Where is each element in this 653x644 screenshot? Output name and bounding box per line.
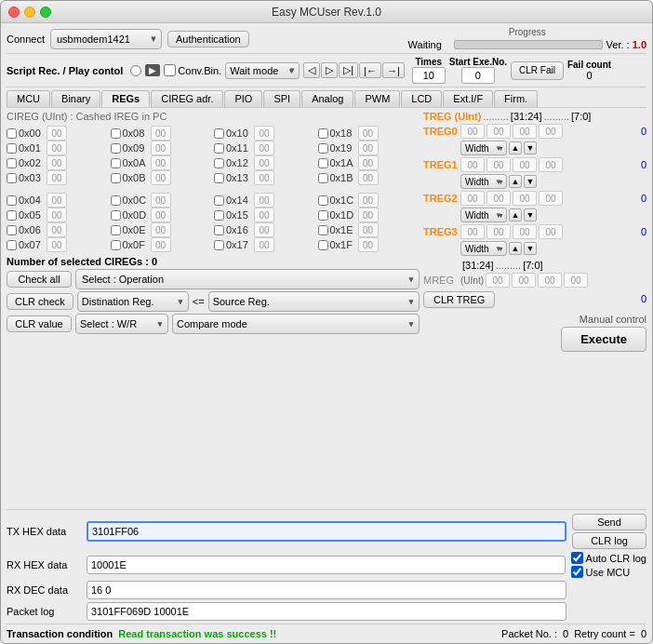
- cireg-check-0x04[interactable]: [7, 195, 17, 206]
- treg0-spin-up[interactable]: ▲: [509, 141, 522, 154]
- treg2-width-select[interactable]: Width: [460, 208, 507, 222]
- cireg-check-0x1D[interactable]: [318, 210, 328, 221]
- packet-log-input[interactable]: [87, 602, 566, 621]
- cireg-val-0x0B[interactable]: [151, 170, 171, 185]
- wait-mode-select[interactable]: Wait mode: [225, 62, 300, 79]
- mreg-val3[interactable]: [564, 273, 588, 288]
- tx-input[interactable]: [87, 521, 566, 542]
- cireg-val-0x06[interactable]: [47, 222, 67, 237]
- cireg-check-0x0C[interactable]: [111, 195, 121, 206]
- treg1-spin-down[interactable]: ▼: [524, 175, 537, 188]
- cireg-val-0x0A[interactable]: [151, 155, 171, 170]
- cireg-check-0x03[interactable]: [7, 173, 17, 183]
- tab-spi[interactable]: SPI: [263, 90, 300, 107]
- cireg-check-0x18[interactable]: [318, 128, 328, 139]
- cireg-val-0x07[interactable]: [47, 237, 67, 252]
- cireg-val-0x1C[interactable]: [358, 193, 379, 208]
- treg3-spin-down[interactable]: ▼: [524, 242, 537, 255]
- treg1-val2[interactable]: [513, 157, 537, 172]
- cireg-val-0x01[interactable]: [47, 141, 67, 155]
- cireg-val-0x14[interactable]: [254, 193, 274, 208]
- source-select[interactable]: Source Reg.: [208, 291, 420, 312]
- script-play-button[interactable]: ▶: [145, 64, 160, 76]
- cireg-check-0x05[interactable]: [7, 210, 17, 221]
- cireg-check-0x07[interactable]: [7, 240, 17, 250]
- treg2-val1[interactable]: [486, 191, 511, 206]
- cireg-val-0x1A[interactable]: [358, 155, 379, 170]
- cireg-check-0x19[interactable]: [318, 143, 328, 154]
- port-select[interactable]: usbmodem1421: [50, 29, 162, 49]
- mreg-val1[interactable]: [512, 273, 536, 288]
- nav-end-btn[interactable]: |←: [359, 62, 381, 78]
- cireg-check-0x01[interactable]: [7, 143, 17, 154]
- cireg-val-0x03[interactable]: [47, 170, 67, 185]
- clr-check-button[interactable]: CLR check: [7, 293, 73, 310]
- send-button[interactable]: Send: [572, 514, 646, 530]
- treg3-val0[interactable]: [460, 224, 485, 239]
- cireg-check-0x15[interactable]: [214, 210, 224, 221]
- tab-analog[interactable]: Analog: [301, 90, 353, 107]
- treg2-spin-down[interactable]: ▼: [524, 208, 537, 221]
- cireg-val-0x19[interactable]: [358, 141, 379, 155]
- cireg-val-0x0E[interactable]: [151, 222, 171, 237]
- conv-bin-checkbox[interactable]: [164, 64, 176, 76]
- rx-dec-input[interactable]: [87, 581, 566, 599]
- auto-clr-checkbox[interactable]: [571, 552, 583, 564]
- script-radio-stop[interactable]: [130, 65, 141, 76]
- tab-pio[interactable]: PIO: [224, 90, 262, 107]
- execute-button[interactable]: Execute: [561, 327, 646, 352]
- clr-fail-button[interactable]: CLR Fail: [511, 61, 564, 80]
- cireg-val-0x05[interactable]: [47, 208, 67, 222]
- cireg-val-0x1E[interactable]: [358, 222, 379, 237]
- treg1-val1[interactable]: [486, 157, 511, 172]
- treg1-width-select[interactable]: Width: [460, 174, 507, 189]
- cireg-check-0x1A[interactable]: [318, 158, 328, 168]
- cireg-check-0x13[interactable]: [214, 173, 224, 183]
- treg2-val0[interactable]: [460, 191, 485, 206]
- minimize-button[interactable]: [24, 7, 35, 18]
- cireg-check-0x0D[interactable]: [111, 210, 121, 221]
- clr-treg-button[interactable]: CLR TREG: [423, 291, 495, 308]
- treg3-val3[interactable]: [539, 224, 563, 239]
- cireg-check-0x09[interactable]: [111, 143, 121, 154]
- cireg-check-0x11[interactable]: [214, 143, 224, 154]
- cireg-check-0x12[interactable]: [214, 158, 224, 168]
- cireg-check-0x1B[interactable]: [318, 173, 328, 183]
- cireg-val-0x15[interactable]: [254, 208, 274, 222]
- treg0-val0[interactable]: [460, 124, 485, 139]
- treg3-width-select[interactable]: Width: [460, 241, 507, 256]
- mreg-val2[interactable]: [538, 273, 562, 288]
- times-input[interactable]: [412, 67, 446, 84]
- cireg-val-0x11[interactable]: [254, 141, 274, 155]
- treg0-width-select[interactable]: Width: [460, 141, 507, 155]
- tab-pwm[interactable]: PWM: [354, 90, 400, 107]
- treg0-val1[interactable]: [486, 124, 511, 139]
- cireg-val-0x1B[interactable]: [358, 170, 379, 185]
- start-exe-input[interactable]: [461, 67, 495, 84]
- cireg-check-0x06[interactable]: [7, 225, 17, 235]
- cireg-val-0x16[interactable]: [254, 222, 274, 237]
- cireg-check-0x00[interactable]: [7, 128, 17, 139]
- cireg-check-0x1C[interactable]: [318, 195, 328, 206]
- cireg-val-0x04[interactable]: [47, 193, 67, 208]
- cireg-check-0x0B[interactable]: [111, 173, 121, 183]
- wr-select[interactable]: Select : W/R: [75, 314, 168, 334]
- cireg-val-0x0C[interactable]: [151, 193, 171, 208]
- mreg-val0[interactable]: [486, 273, 510, 288]
- nav-next-btn[interactable]: ▷|: [339, 62, 358, 78]
- cireg-val-0x0F[interactable]: [151, 237, 171, 252]
- check-all-button[interactable]: Check all: [7, 271, 72, 288]
- cireg-val-0x02[interactable]: [47, 155, 67, 170]
- cireg-check-0x1F[interactable]: [318, 240, 328, 250]
- compare-select[interactable]: Compare mode: [172, 314, 420, 334]
- cireg-check-0x17[interactable]: [214, 240, 224, 250]
- cireg-check-0x08[interactable]: [111, 128, 121, 139]
- treg1-val0[interactable]: [460, 157, 485, 172]
- cireg-check-0x1E[interactable]: [318, 225, 328, 235]
- maximize-button[interactable]: [40, 7, 51, 18]
- cireg-val-0x1D[interactable]: [358, 208, 379, 222]
- nav-home-btn[interactable]: →|: [382, 62, 405, 78]
- cireg-val-0x09[interactable]: [151, 141, 171, 155]
- cireg-val-0x18[interactable]: [358, 126, 379, 141]
- cireg-val-0x17[interactable]: [254, 237, 274, 252]
